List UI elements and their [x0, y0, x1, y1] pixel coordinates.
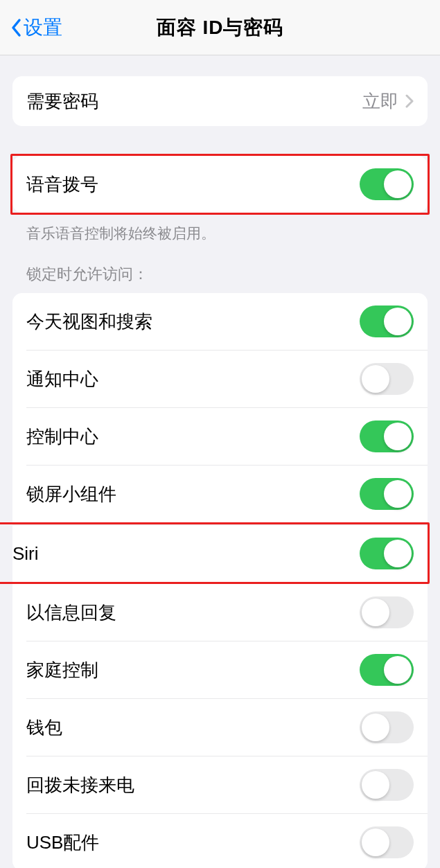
toggle-通知中心[interactable] — [360, 363, 414, 395]
toggle-钱包[interactable] — [360, 711, 414, 743]
toggle-knob — [384, 540, 412, 567]
locked-access-row-usb配件: USB配件 — [26, 813, 428, 868]
locked-access-row-通知中心: 通知中心 — [26, 350, 428, 407]
back-label: 设置 — [24, 15, 62, 41]
toggle-knob — [384, 170, 412, 198]
locked-access-row-控制中心: 控制中心 — [26, 407, 428, 465]
toggle-knob — [362, 599, 389, 626]
toggle-knob — [362, 771, 389, 799]
back-button[interactable]: 设置 — [11, 15, 62, 41]
locked-access-row-钱包: 钱包 — [26, 698, 428, 756]
locked-access-group: 今天视图和搜索通知中心控制中心锁屏小组件Siri以信息回复家庭控制钱包回拨未接来… — [12, 293, 428, 868]
locked-access-label: 锁屏小组件 — [26, 482, 116, 506]
row-value-area: 立即 — [362, 89, 414, 114]
locked-access-row-家庭控制: 家庭控制 — [26, 641, 428, 698]
toggle-knob — [362, 829, 389, 856]
locked-access-label: 钱包 — [26, 716, 62, 740]
toggle-knob — [362, 365, 389, 393]
locked-access-label: 以信息回复 — [26, 601, 116, 625]
toggle-knob — [384, 308, 412, 335]
locked-access-label: USB配件 — [26, 831, 99, 855]
locked-access-label: Siri — [12, 543, 39, 565]
chevron-right-icon — [405, 94, 414, 108]
toggle-以信息回复[interactable] — [360, 596, 414, 628]
require-passcode-label: 需要密码 — [26, 89, 98, 114]
toggle-knob — [384, 656, 412, 684]
require-passcode-group: 需要密码 立即 — [12, 76, 428, 126]
voice-dial-toggle[interactable] — [360, 168, 414, 200]
toggle-家庭控制[interactable] — [360, 654, 414, 686]
toggle-锁屏小组件[interactable] — [360, 478, 414, 510]
locked-access-label: 通知中心 — [26, 367, 98, 391]
locked-access-row-回拨未接来电: 回拨未接来电 — [26, 756, 428, 813]
siri-highlight: Siri — [0, 522, 430, 584]
locked-access-row-今天视图和搜索: 今天视图和搜索 — [12, 293, 428, 350]
locked-access-row-以信息回复: 以信息回复 — [12, 584, 428, 641]
voice-dial-row: 语音拨号 — [12, 156, 428, 213]
voice-dial-group: 语音拨号 — [12, 156, 428, 213]
voice-dial-footer: 音乐语音控制将始终被启用。 — [12, 215, 428, 243]
locked-access-label: 今天视图和搜索 — [26, 310, 152, 334]
locked-access-label: 回拨未接来电 — [26, 773, 134, 797]
toggle-控制中心[interactable] — [360, 420, 414, 452]
toggle-回拨未接来电[interactable] — [360, 769, 414, 801]
locked-access-header: 锁定时允许访问： — [12, 264, 428, 293]
toggle-knob — [362, 714, 389, 741]
locked-access-row-锁屏小组件: 锁屏小组件 — [26, 465, 428, 522]
require-passcode-value: 立即 — [362, 89, 398, 114]
locked-access-row-siri: Siri — [12, 524, 428, 582]
chevron-left-icon — [11, 18, 22, 37]
require-passcode-row[interactable]: 需要密码 立即 — [12, 76, 428, 126]
toggle-siri[interactable] — [360, 538, 414, 569]
toggle-今天视图和搜索[interactable] — [360, 305, 414, 337]
toggle-usb配件[interactable] — [360, 826, 414, 858]
toggle-knob — [384, 480, 412, 508]
toggle-knob — [384, 423, 412, 450]
locked-access-label: 控制中心 — [26, 425, 98, 449]
voice-dial-highlight: 语音拨号 — [10, 154, 430, 215]
locked-access-label: 家庭控制 — [26, 658, 98, 682]
content: 需要密码 立即 语音拨号 音乐语音控制将始终被启用。 锁定时允许访 — [0, 55, 440, 868]
navigation-bar: 设置 面容 ID与密码 — [0, 0, 440, 55]
page-title: 面容 ID与密码 — [157, 15, 284, 41]
voice-dial-label: 语音拨号 — [26, 172, 98, 197]
